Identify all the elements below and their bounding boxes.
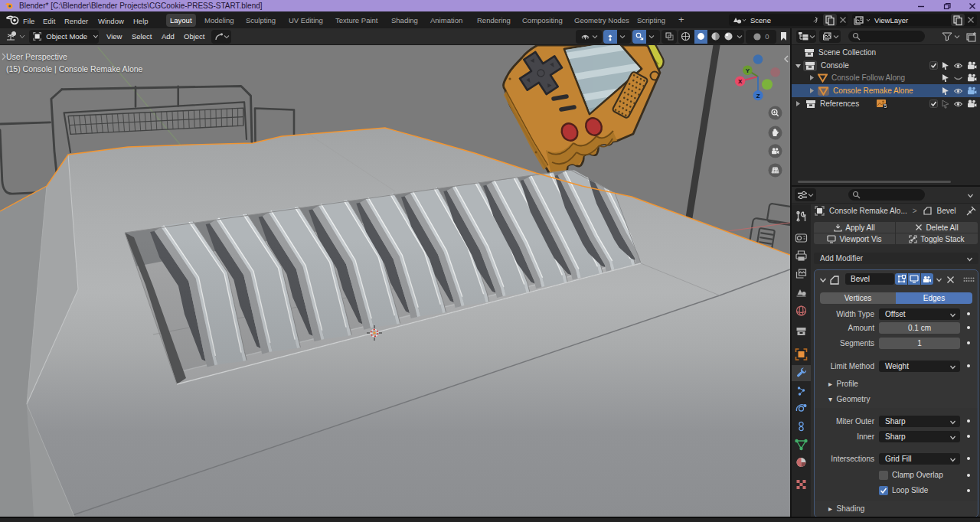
svg-text:5: 5 xyxy=(884,103,887,109)
svg-text:Y: Y xyxy=(746,67,750,74)
svg-text:X: X xyxy=(738,78,743,85)
svg-text:Z: Z xyxy=(756,93,760,100)
